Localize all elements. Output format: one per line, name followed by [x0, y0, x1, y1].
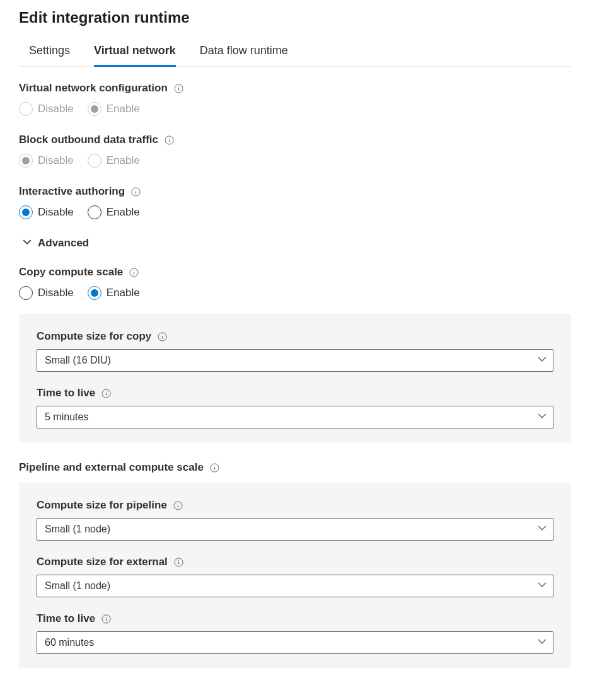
svg-point-22 — [178, 503, 178, 503]
svg-point-4 — [169, 137, 170, 138]
info-icon[interactable] — [129, 268, 139, 277]
info-icon[interactable] — [131, 187, 141, 197]
pipeline-external-label: Pipeline and external compute scale — [19, 461, 204, 474]
copy-compute-scale-enable[interactable]: Enable — [88, 286, 140, 300]
chevron-down-icon — [538, 580, 547, 592]
interactive-authoring-disable[interactable]: Disable — [19, 205, 74, 219]
info-icon[interactable] — [101, 614, 111, 624]
copy-compute-scale-disable[interactable]: Disable — [19, 286, 74, 300]
info-icon[interactable] — [210, 463, 219, 473]
tabs: Settings Virtual network Data flow runti… — [19, 44, 571, 67]
compute-size-external-dropdown[interactable]: Small (1 node) — [37, 575, 553, 597]
copy-compute-card: Compute size for copy Small (16 DIU) Tim… — [19, 314, 571, 442]
compute-size-copy-label: Compute size for copy — [37, 330, 151, 343]
copy-ttl-dropdown[interactable]: 5 minutes — [37, 406, 553, 428]
chevron-down-icon — [23, 237, 32, 250]
block-outbound-disable: Disable — [19, 154, 74, 168]
vnet-config-enable: Enable — [88, 102, 140, 116]
svg-point-19 — [214, 465, 215, 466]
pipeline-ttl-dropdown[interactable]: 60 minutes — [37, 631, 553, 654]
info-icon[interactable] — [158, 332, 167, 341]
vnet-config-disable: Disable — [19, 102, 74, 116]
svg-point-7 — [136, 189, 136, 190]
copy-compute-scale-radio-group: Disable Enable — [19, 286, 571, 300]
chevron-down-icon — [538, 411, 547, 423]
svg-point-16 — [106, 391, 107, 391]
info-icon[interactable] — [174, 558, 183, 567]
interactive-authoring-enable[interactable]: Enable — [88, 205, 140, 219]
pipeline-ttl-label: Time to live — [37, 612, 95, 625]
copy-compute-scale-label: Copy compute scale — [19, 266, 123, 278]
advanced-toggle[interactable]: Advanced — [23, 237, 571, 250]
svg-point-13 — [162, 334, 163, 335]
info-icon[interactable] — [173, 501, 183, 510]
copy-ttl-label: Time to live — [37, 387, 95, 399]
compute-size-copy-dropdown[interactable]: Small (16 DIU) — [37, 349, 553, 372]
info-icon[interactable] — [174, 84, 183, 93]
compute-size-external-label: Compute size for external — [37, 556, 168, 568]
compute-size-pipeline-dropdown[interactable]: Small (1 node) — [37, 518, 553, 541]
info-icon[interactable] — [165, 135, 174, 145]
svg-point-28 — [106, 616, 107, 617]
vnet-config-label: Virtual network configuration — [19, 82, 168, 95]
block-outbound-radio-group: Disable Enable — [19, 154, 571, 168]
block-outbound-label: Block outbound data traffic — [19, 134, 158, 146]
svg-point-1 — [178, 86, 179, 86]
svg-point-10 — [134, 270, 134, 270]
info-icon[interactable] — [101, 389, 111, 398]
chevron-down-icon — [538, 524, 547, 535]
tab-data-flow-runtime[interactable]: Data flow runtime — [200, 44, 288, 66]
chevron-down-icon — [538, 355, 547, 366]
block-outbound-enable: Enable — [88, 154, 140, 168]
tab-virtual-network[interactable]: Virtual network — [94, 44, 176, 67]
pipeline-external-card: Compute size for pipeline Small (1 node)… — [19, 483, 571, 668]
tab-settings[interactable]: Settings — [29, 44, 70, 66]
compute-size-pipeline-label: Compute size for pipeline — [37, 499, 167, 512]
svg-point-25 — [178, 559, 179, 560]
page-title: Edit integration runtime — [19, 9, 571, 26]
interactive-authoring-radio-group: Disable Enable — [19, 205, 571, 219]
interactive-authoring-label: Interactive authoring — [19, 185, 125, 198]
chevron-down-icon — [538, 637, 547, 648]
vnet-config-radio-group: Disable Enable — [19, 102, 571, 116]
